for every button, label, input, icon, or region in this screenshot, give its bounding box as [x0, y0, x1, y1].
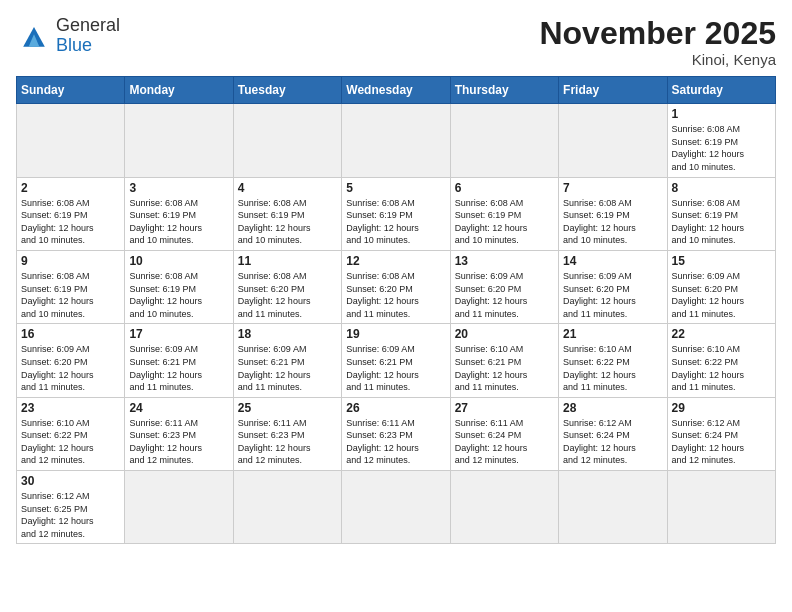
day-number: 13 [455, 254, 554, 268]
table-row [233, 104, 341, 177]
day-info: Sunrise: 6:08 AM Sunset: 6:19 PM Dayligh… [129, 197, 228, 247]
day-info: Sunrise: 6:09 AM Sunset: 6:20 PM Dayligh… [672, 270, 771, 320]
day-info: Sunrise: 6:08 AM Sunset: 6:19 PM Dayligh… [21, 197, 120, 247]
day-number: 27 [455, 401, 554, 415]
day-info: Sunrise: 6:09 AM Sunset: 6:21 PM Dayligh… [346, 343, 445, 393]
table-row: 22Sunrise: 6:10 AM Sunset: 6:22 PM Dayli… [667, 324, 775, 397]
day-info: Sunrise: 6:08 AM Sunset: 6:19 PM Dayligh… [455, 197, 554, 247]
table-row: 25Sunrise: 6:11 AM Sunset: 6:23 PM Dayli… [233, 397, 341, 470]
day-number: 15 [672, 254, 771, 268]
day-info: Sunrise: 6:10 AM Sunset: 6:22 PM Dayligh… [672, 343, 771, 393]
location: Kinoi, Kenya [539, 51, 776, 68]
day-info: Sunrise: 6:09 AM Sunset: 6:20 PM Dayligh… [563, 270, 662, 320]
day-number: 17 [129, 327, 228, 341]
day-number: 8 [672, 181, 771, 195]
day-info: Sunrise: 6:12 AM Sunset: 6:24 PM Dayligh… [672, 417, 771, 467]
day-number: 10 [129, 254, 228, 268]
table-row: 15Sunrise: 6:09 AM Sunset: 6:20 PM Dayli… [667, 250, 775, 323]
day-number: 11 [238, 254, 337, 268]
table-row: 21Sunrise: 6:10 AM Sunset: 6:22 PM Dayli… [559, 324, 667, 397]
day-number: 6 [455, 181, 554, 195]
day-info: Sunrise: 6:08 AM Sunset: 6:19 PM Dayligh… [129, 270, 228, 320]
table-row: 7Sunrise: 6:08 AM Sunset: 6:19 PM Daylig… [559, 177, 667, 250]
title-block: November 2025 Kinoi, Kenya [539, 16, 776, 68]
day-info: Sunrise: 6:08 AM Sunset: 6:19 PM Dayligh… [672, 197, 771, 247]
day-number: 25 [238, 401, 337, 415]
day-info: Sunrise: 6:09 AM Sunset: 6:21 PM Dayligh… [129, 343, 228, 393]
header-saturday: Saturday [667, 77, 775, 104]
day-number: 22 [672, 327, 771, 341]
header-sunday: Sunday [17, 77, 125, 104]
day-info: Sunrise: 6:10 AM Sunset: 6:22 PM Dayligh… [563, 343, 662, 393]
table-row [342, 104, 450, 177]
table-row [559, 104, 667, 177]
table-row: 19Sunrise: 6:09 AM Sunset: 6:21 PM Dayli… [342, 324, 450, 397]
day-info: Sunrise: 6:08 AM Sunset: 6:19 PM Dayligh… [21, 270, 120, 320]
day-info: Sunrise: 6:10 AM Sunset: 6:22 PM Dayligh… [21, 417, 120, 467]
table-row [125, 104, 233, 177]
day-info: Sunrise: 6:08 AM Sunset: 6:20 PM Dayligh… [238, 270, 337, 320]
day-number: 2 [21, 181, 120, 195]
day-number: 5 [346, 181, 445, 195]
day-info: Sunrise: 6:08 AM Sunset: 6:19 PM Dayligh… [346, 197, 445, 247]
table-row: 26Sunrise: 6:11 AM Sunset: 6:23 PM Dayli… [342, 397, 450, 470]
calendar-row: 16Sunrise: 6:09 AM Sunset: 6:20 PM Dayli… [17, 324, 776, 397]
day-number: 16 [21, 327, 120, 341]
table-row: 16Sunrise: 6:09 AM Sunset: 6:20 PM Dayli… [17, 324, 125, 397]
table-row: 9Sunrise: 6:08 AM Sunset: 6:19 PM Daylig… [17, 250, 125, 323]
month-title: November 2025 [539, 16, 776, 51]
table-row: 3Sunrise: 6:08 AM Sunset: 6:19 PM Daylig… [125, 177, 233, 250]
day-info: Sunrise: 6:11 AM Sunset: 6:23 PM Dayligh… [346, 417, 445, 467]
day-number: 4 [238, 181, 337, 195]
table-row [17, 104, 125, 177]
calendar-row: 1Sunrise: 6:08 AM Sunset: 6:19 PM Daylig… [17, 104, 776, 177]
table-row: 23Sunrise: 6:10 AM Sunset: 6:22 PM Dayli… [17, 397, 125, 470]
page-header: General Blue November 2025 Kinoi, Kenya [16, 16, 776, 68]
table-row [125, 471, 233, 544]
table-row: 14Sunrise: 6:09 AM Sunset: 6:20 PM Dayli… [559, 250, 667, 323]
day-info: Sunrise: 6:11 AM Sunset: 6:23 PM Dayligh… [238, 417, 337, 467]
header-monday: Monday [125, 77, 233, 104]
day-info: Sunrise: 6:10 AM Sunset: 6:21 PM Dayligh… [455, 343, 554, 393]
header-thursday: Thursday [450, 77, 558, 104]
logo: General Blue [16, 16, 120, 56]
table-row: 13Sunrise: 6:09 AM Sunset: 6:20 PM Dayli… [450, 250, 558, 323]
table-row [667, 471, 775, 544]
day-number: 18 [238, 327, 337, 341]
day-number: 9 [21, 254, 120, 268]
header-wednesday: Wednesday [342, 77, 450, 104]
table-row: 4Sunrise: 6:08 AM Sunset: 6:19 PM Daylig… [233, 177, 341, 250]
table-row [342, 471, 450, 544]
day-number: 19 [346, 327, 445, 341]
table-row: 27Sunrise: 6:11 AM Sunset: 6:24 PM Dayli… [450, 397, 558, 470]
day-number: 26 [346, 401, 445, 415]
header-friday: Friday [559, 77, 667, 104]
day-number: 3 [129, 181, 228, 195]
day-number: 30 [21, 474, 120, 488]
day-info: Sunrise: 6:12 AM Sunset: 6:25 PM Dayligh… [21, 490, 120, 540]
table-row [450, 471, 558, 544]
calendar-row: 2Sunrise: 6:08 AM Sunset: 6:19 PM Daylig… [17, 177, 776, 250]
table-row: 10Sunrise: 6:08 AM Sunset: 6:19 PM Dayli… [125, 250, 233, 323]
table-row: 28Sunrise: 6:12 AM Sunset: 6:24 PM Dayli… [559, 397, 667, 470]
table-row: 11Sunrise: 6:08 AM Sunset: 6:20 PM Dayli… [233, 250, 341, 323]
day-number: 23 [21, 401, 120, 415]
table-row: 29Sunrise: 6:12 AM Sunset: 6:24 PM Dayli… [667, 397, 775, 470]
day-number: 20 [455, 327, 554, 341]
day-info: Sunrise: 6:08 AM Sunset: 6:19 PM Dayligh… [672, 123, 771, 173]
day-info: Sunrise: 6:09 AM Sunset: 6:20 PM Dayligh… [21, 343, 120, 393]
day-number: 21 [563, 327, 662, 341]
weekday-header-row: Sunday Monday Tuesday Wednesday Thursday… [17, 77, 776, 104]
day-info: Sunrise: 6:08 AM Sunset: 6:19 PM Dayligh… [563, 197, 662, 247]
day-info: Sunrise: 6:11 AM Sunset: 6:24 PM Dayligh… [455, 417, 554, 467]
table-row [450, 104, 558, 177]
table-row [233, 471, 341, 544]
day-number: 12 [346, 254, 445, 268]
day-info: Sunrise: 6:08 AM Sunset: 6:19 PM Dayligh… [238, 197, 337, 247]
calendar-row: 9Sunrise: 6:08 AM Sunset: 6:19 PM Daylig… [17, 250, 776, 323]
calendar-row: 23Sunrise: 6:10 AM Sunset: 6:22 PM Dayli… [17, 397, 776, 470]
logo-icon [16, 18, 52, 54]
table-row: 8Sunrise: 6:08 AM Sunset: 6:19 PM Daylig… [667, 177, 775, 250]
table-row: 24Sunrise: 6:11 AM Sunset: 6:23 PM Dayli… [125, 397, 233, 470]
table-row: 30Sunrise: 6:12 AM Sunset: 6:25 PM Dayli… [17, 471, 125, 544]
